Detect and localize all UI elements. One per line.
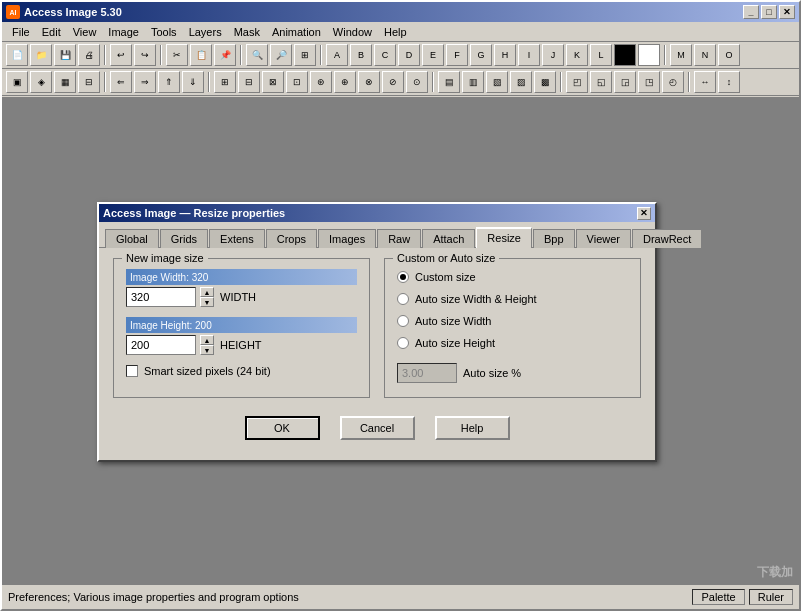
radio-auto-height-btn[interactable] [397, 337, 409, 349]
help-button[interactable]: Help [435, 416, 510, 440]
tb-btn-n[interactable]: N [694, 44, 716, 66]
tb-save[interactable]: 💾 [54, 44, 76, 66]
tb2-btn-16[interactable]: ⊘ [382, 71, 404, 93]
tb-btn-j[interactable]: J [542, 44, 564, 66]
tb2-btn-21[interactable]: ▨ [510, 71, 532, 93]
tb2-btn-6[interactable]: ⇒ [134, 71, 156, 93]
tb2-btn-22[interactable]: ▩ [534, 71, 556, 93]
menu-image[interactable]: Image [102, 24, 145, 40]
menu-help[interactable]: Help [378, 24, 413, 40]
tab-attach[interactable]: Attach [422, 229, 475, 248]
ruler-status[interactable]: Ruler [749, 589, 793, 605]
tab-bpp[interactable]: Bpp [533, 229, 575, 248]
tb2-btn-27[interactable]: ◴ [662, 71, 684, 93]
height-spin-up[interactable]: ▲ [200, 335, 214, 345]
tab-images[interactable]: Images [318, 229, 376, 248]
tb2-btn-9[interactable]: ⊞ [214, 71, 236, 93]
tb-btn-m[interactable]: M [670, 44, 692, 66]
radio-custom-size-btn[interactable] [397, 271, 409, 283]
tb-btn-k[interactable]: K [566, 44, 588, 66]
minimize-button[interactable]: _ [743, 5, 759, 19]
tab-resize[interactable]: Resize [476, 227, 532, 248]
height-spin-down[interactable]: ▼ [200, 345, 214, 355]
width-spin-down[interactable]: ▼ [200, 297, 214, 307]
tb-color-fg[interactable] [614, 44, 636, 66]
width-input[interactable] [126, 287, 196, 307]
height-input[interactable] [126, 335, 196, 355]
width-spin-up[interactable]: ▲ [200, 287, 214, 297]
tb2-btn-2[interactable]: ◈ [30, 71, 52, 93]
tb2-btn-26[interactable]: ◳ [638, 71, 660, 93]
tb-btn-l[interactable]: L [590, 44, 612, 66]
tab-viewer[interactable]: Viewer [576, 229, 631, 248]
tb2-btn-3[interactable]: ▦ [54, 71, 76, 93]
tb-paste[interactable]: 📌 [214, 44, 236, 66]
tb-btn-b[interactable]: B [350, 44, 372, 66]
radio-auto-width-height[interactable]: Auto size Width & Height [397, 293, 628, 305]
tab-extens[interactable]: Extens [209, 229, 265, 248]
tb2-btn-1[interactable]: ▣ [6, 71, 28, 93]
tb2-btn-10[interactable]: ⊟ [238, 71, 260, 93]
menu-layers[interactable]: Layers [183, 24, 228, 40]
radio-auto-height[interactable]: Auto size Height [397, 337, 628, 349]
tb-copy[interactable]: 📋 [190, 44, 212, 66]
tb-color-bg[interactable] [638, 44, 660, 66]
tb-undo[interactable]: ↩ [110, 44, 132, 66]
tb2-btn-4[interactable]: ⊟ [78, 71, 100, 93]
menu-tools[interactable]: Tools [145, 24, 183, 40]
tab-grids[interactable]: Grids [160, 229, 208, 248]
tb2-btn-5[interactable]: ⇐ [110, 71, 132, 93]
tb-btn-e[interactable]: E [422, 44, 444, 66]
menu-animation[interactable]: Animation [266, 24, 327, 40]
tb-btn-4[interactable]: 🖨 [78, 44, 100, 66]
tb2-btn-12[interactable]: ⊡ [286, 71, 308, 93]
ok-button[interactable]: OK [245, 416, 320, 440]
tb-zoom-in[interactable]: 🔍 [246, 44, 268, 66]
tb-open[interactable]: 📁 [30, 44, 52, 66]
tab-crops[interactable]: Crops [266, 229, 317, 248]
menu-window[interactable]: Window [327, 24, 378, 40]
tb2-btn-23[interactable]: ◰ [566, 71, 588, 93]
tab-drawrect[interactable]: DrawRect [632, 229, 702, 248]
radio-auto-width-btn[interactable] [397, 315, 409, 327]
tab-raw[interactable]: Raw [377, 229, 421, 248]
radio-auto-width[interactable]: Auto size Width [397, 315, 628, 327]
auto-size-input[interactable] [397, 363, 457, 383]
close-button[interactable]: ✕ [779, 5, 795, 19]
tb2-btn-18[interactable]: ▤ [438, 71, 460, 93]
tb2-btn-29[interactable]: ↕ [718, 71, 740, 93]
tb-btn-o[interactable]: O [718, 44, 740, 66]
menu-view[interactable]: View [67, 24, 103, 40]
cancel-button[interactable]: Cancel [340, 416, 415, 440]
tb-zoom-out[interactable]: 🔎 [270, 44, 292, 66]
tab-global[interactable]: Global [105, 229, 159, 248]
tb2-btn-15[interactable]: ⊗ [358, 71, 380, 93]
menu-mask[interactable]: Mask [228, 24, 266, 40]
tb2-btn-8[interactable]: ⇓ [182, 71, 204, 93]
tb-btn-a[interactable]: A [326, 44, 348, 66]
menu-file[interactable]: File [6, 24, 36, 40]
tb-btn-h[interactable]: H [494, 44, 516, 66]
tb2-btn-24[interactable]: ◱ [590, 71, 612, 93]
tb-btn-c[interactable]: C [374, 44, 396, 66]
tb-btn-d[interactable]: D [398, 44, 420, 66]
tb2-btn-11[interactable]: ⊠ [262, 71, 284, 93]
tb-cut[interactable]: ✂ [166, 44, 188, 66]
radio-custom-size[interactable]: Custom size [397, 271, 628, 283]
tb-btn-f[interactable]: F [446, 44, 468, 66]
radio-auto-width-height-btn[interactable] [397, 293, 409, 305]
tb-btn-i[interactable]: I [518, 44, 540, 66]
tb2-btn-25[interactable]: ◲ [614, 71, 636, 93]
tb2-btn-20[interactable]: ▧ [486, 71, 508, 93]
tb2-btn-13[interactable]: ⊛ [310, 71, 332, 93]
dialog-close-button[interactable]: ✕ [637, 207, 651, 220]
tb2-btn-19[interactable]: ▥ [462, 71, 484, 93]
smart-pixels-checkbox[interactable] [126, 365, 138, 377]
palette-status[interactable]: Palette [692, 589, 744, 605]
tb2-btn-7[interactable]: ⇑ [158, 71, 180, 93]
tb-fit[interactable]: ⊞ [294, 44, 316, 66]
tb-redo[interactable]: ↪ [134, 44, 156, 66]
tb2-btn-28[interactable]: ↔ [694, 71, 716, 93]
tb-new[interactable]: 📄 [6, 44, 28, 66]
maximize-button[interactable]: □ [761, 5, 777, 19]
